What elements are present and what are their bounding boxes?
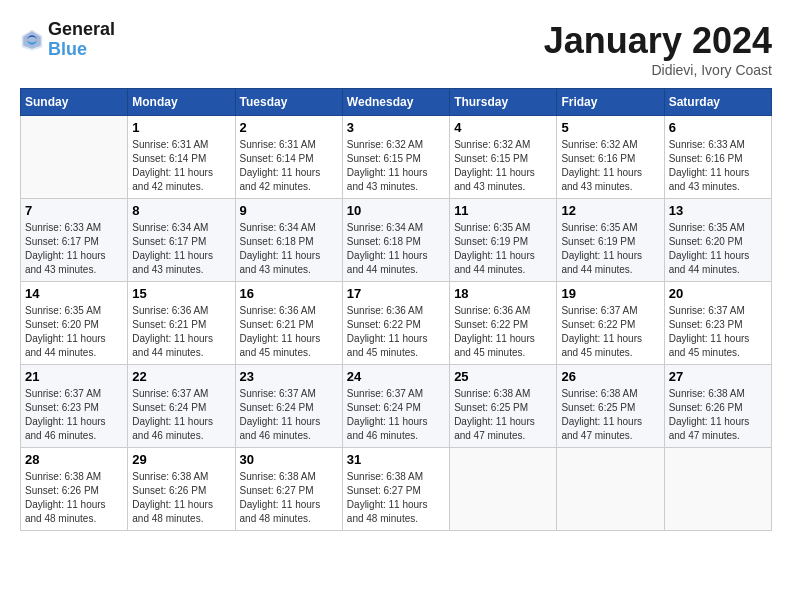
day-info: Sunrise: 6:32 AM Sunset: 6:15 PM Dayligh…: [347, 138, 445, 194]
day-number: 2: [240, 120, 338, 135]
day-cell: 3Sunrise: 6:32 AM Sunset: 6:15 PM Daylig…: [342, 116, 449, 199]
day-number: 3: [347, 120, 445, 135]
day-cell: [450, 448, 557, 531]
day-info: Sunrise: 6:38 AM Sunset: 6:25 PM Dayligh…: [454, 387, 552, 443]
day-info: Sunrise: 6:37 AM Sunset: 6:24 PM Dayligh…: [240, 387, 338, 443]
day-info: Sunrise: 6:35 AM Sunset: 6:20 PM Dayligh…: [669, 221, 767, 277]
day-number: 20: [669, 286, 767, 301]
day-number: 6: [669, 120, 767, 135]
day-cell: 31Sunrise: 6:38 AM Sunset: 6:27 PM Dayli…: [342, 448, 449, 531]
col-friday: Friday: [557, 89, 664, 116]
day-cell: 8Sunrise: 6:34 AM Sunset: 6:17 PM Daylig…: [128, 199, 235, 282]
day-number: 10: [347, 203, 445, 218]
col-sunday: Sunday: [21, 89, 128, 116]
calendar-table: Sunday Monday Tuesday Wednesday Thursday…: [20, 88, 772, 531]
header-row: Sunday Monday Tuesday Wednesday Thursday…: [21, 89, 772, 116]
day-cell: 1Sunrise: 6:31 AM Sunset: 6:14 PM Daylig…: [128, 116, 235, 199]
day-number: 1: [132, 120, 230, 135]
day-number: 18: [454, 286, 552, 301]
day-cell: 15Sunrise: 6:36 AM Sunset: 6:21 PM Dayli…: [128, 282, 235, 365]
col-wednesday: Wednesday: [342, 89, 449, 116]
title-block: January 2024 Didievi, Ivory Coast: [544, 20, 772, 78]
day-cell: 18Sunrise: 6:36 AM Sunset: 6:22 PM Dayli…: [450, 282, 557, 365]
day-number: 22: [132, 369, 230, 384]
day-cell: 30Sunrise: 6:38 AM Sunset: 6:27 PM Dayli…: [235, 448, 342, 531]
day-info: Sunrise: 6:37 AM Sunset: 6:23 PM Dayligh…: [25, 387, 123, 443]
day-cell: 5Sunrise: 6:32 AM Sunset: 6:16 PM Daylig…: [557, 116, 664, 199]
day-info: Sunrise: 6:32 AM Sunset: 6:16 PM Dayligh…: [561, 138, 659, 194]
day-cell: 28Sunrise: 6:38 AM Sunset: 6:26 PM Dayli…: [21, 448, 128, 531]
day-cell: 2Sunrise: 6:31 AM Sunset: 6:14 PM Daylig…: [235, 116, 342, 199]
week-row-5: 28Sunrise: 6:38 AM Sunset: 6:26 PM Dayli…: [21, 448, 772, 531]
day-number: 14: [25, 286, 123, 301]
day-info: Sunrise: 6:33 AM Sunset: 6:17 PM Dayligh…: [25, 221, 123, 277]
page-header: General Blue January 2024 Didievi, Ivory…: [20, 20, 772, 78]
day-cell: 16Sunrise: 6:36 AM Sunset: 6:21 PM Dayli…: [235, 282, 342, 365]
day-info: Sunrise: 6:34 AM Sunset: 6:18 PM Dayligh…: [240, 221, 338, 277]
day-info: Sunrise: 6:34 AM Sunset: 6:17 PM Dayligh…: [132, 221, 230, 277]
day-info: Sunrise: 6:38 AM Sunset: 6:25 PM Dayligh…: [561, 387, 659, 443]
day-cell: 22Sunrise: 6:37 AM Sunset: 6:24 PM Dayli…: [128, 365, 235, 448]
day-cell: 21Sunrise: 6:37 AM Sunset: 6:23 PM Dayli…: [21, 365, 128, 448]
day-number: 16: [240, 286, 338, 301]
day-cell: 27Sunrise: 6:38 AM Sunset: 6:26 PM Dayli…: [664, 365, 771, 448]
day-cell: 11Sunrise: 6:35 AM Sunset: 6:19 PM Dayli…: [450, 199, 557, 282]
day-info: Sunrise: 6:38 AM Sunset: 6:26 PM Dayligh…: [669, 387, 767, 443]
day-cell: 23Sunrise: 6:37 AM Sunset: 6:24 PM Dayli…: [235, 365, 342, 448]
logo-line1: General: [48, 20, 115, 40]
day-number: 28: [25, 452, 123, 467]
day-info: Sunrise: 6:36 AM Sunset: 6:22 PM Dayligh…: [454, 304, 552, 360]
day-number: 21: [25, 369, 123, 384]
day-info: Sunrise: 6:37 AM Sunset: 6:22 PM Dayligh…: [561, 304, 659, 360]
day-info: Sunrise: 6:31 AM Sunset: 6:14 PM Dayligh…: [132, 138, 230, 194]
day-info: Sunrise: 6:38 AM Sunset: 6:26 PM Dayligh…: [25, 470, 123, 526]
day-cell: 29Sunrise: 6:38 AM Sunset: 6:26 PM Dayli…: [128, 448, 235, 531]
day-cell: 13Sunrise: 6:35 AM Sunset: 6:20 PM Dayli…: [664, 199, 771, 282]
logo-icon: [20, 28, 44, 52]
location: Didievi, Ivory Coast: [544, 62, 772, 78]
day-cell: [557, 448, 664, 531]
day-info: Sunrise: 6:35 AM Sunset: 6:19 PM Dayligh…: [561, 221, 659, 277]
day-info: Sunrise: 6:36 AM Sunset: 6:21 PM Dayligh…: [240, 304, 338, 360]
day-info: Sunrise: 6:37 AM Sunset: 6:24 PM Dayligh…: [347, 387, 445, 443]
logo: General Blue: [20, 20, 115, 60]
day-number: 25: [454, 369, 552, 384]
month-title: January 2024: [544, 20, 772, 62]
day-cell: 7Sunrise: 6:33 AM Sunset: 6:17 PM Daylig…: [21, 199, 128, 282]
day-number: 23: [240, 369, 338, 384]
week-row-3: 14Sunrise: 6:35 AM Sunset: 6:20 PM Dayli…: [21, 282, 772, 365]
day-number: 7: [25, 203, 123, 218]
day-number: 19: [561, 286, 659, 301]
day-number: 9: [240, 203, 338, 218]
day-cell: 24Sunrise: 6:37 AM Sunset: 6:24 PM Dayli…: [342, 365, 449, 448]
day-info: Sunrise: 6:38 AM Sunset: 6:27 PM Dayligh…: [347, 470, 445, 526]
col-monday: Monday: [128, 89, 235, 116]
col-tuesday: Tuesday: [235, 89, 342, 116]
day-cell: 14Sunrise: 6:35 AM Sunset: 6:20 PM Dayli…: [21, 282, 128, 365]
day-cell: 4Sunrise: 6:32 AM Sunset: 6:15 PM Daylig…: [450, 116, 557, 199]
day-cell: 20Sunrise: 6:37 AM Sunset: 6:23 PM Dayli…: [664, 282, 771, 365]
day-number: 17: [347, 286, 445, 301]
day-info: Sunrise: 6:31 AM Sunset: 6:14 PM Dayligh…: [240, 138, 338, 194]
day-info: Sunrise: 6:33 AM Sunset: 6:16 PM Dayligh…: [669, 138, 767, 194]
day-number: 11: [454, 203, 552, 218]
col-thursday: Thursday: [450, 89, 557, 116]
day-cell: 9Sunrise: 6:34 AM Sunset: 6:18 PM Daylig…: [235, 199, 342, 282]
day-number: 5: [561, 120, 659, 135]
day-cell: 12Sunrise: 6:35 AM Sunset: 6:19 PM Dayli…: [557, 199, 664, 282]
week-row-2: 7Sunrise: 6:33 AM Sunset: 6:17 PM Daylig…: [21, 199, 772, 282]
day-info: Sunrise: 6:34 AM Sunset: 6:18 PM Dayligh…: [347, 221, 445, 277]
day-number: 4: [454, 120, 552, 135]
day-cell: [21, 116, 128, 199]
col-saturday: Saturday: [664, 89, 771, 116]
day-info: Sunrise: 6:35 AM Sunset: 6:20 PM Dayligh…: [25, 304, 123, 360]
logo-line2: Blue: [48, 40, 115, 60]
day-info: Sunrise: 6:38 AM Sunset: 6:27 PM Dayligh…: [240, 470, 338, 526]
day-number: 29: [132, 452, 230, 467]
day-cell: [664, 448, 771, 531]
day-cell: 26Sunrise: 6:38 AM Sunset: 6:25 PM Dayli…: [557, 365, 664, 448]
day-number: 13: [669, 203, 767, 218]
day-info: Sunrise: 6:36 AM Sunset: 6:21 PM Dayligh…: [132, 304, 230, 360]
day-info: Sunrise: 6:37 AM Sunset: 6:24 PM Dayligh…: [132, 387, 230, 443]
day-info: Sunrise: 6:38 AM Sunset: 6:26 PM Dayligh…: [132, 470, 230, 526]
